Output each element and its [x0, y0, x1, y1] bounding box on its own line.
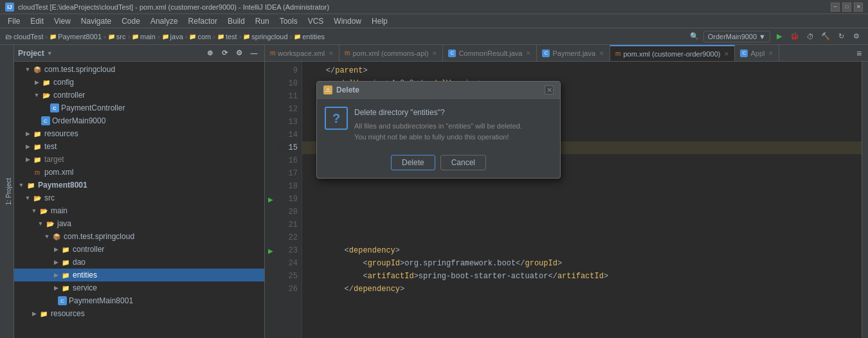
tab-close-icon[interactable]: ✕ [768, 50, 773, 57]
tree-node-payment-controller[interactable]: C PaymentController [14, 102, 264, 114]
gutter-icon-23[interactable]: ▶ [265, 244, 276, 257]
tab-appl[interactable]: C Appl ✕ [735, 45, 779, 61]
tree-arrow: ▼ [23, 66, 32, 73]
cancel-button[interactable]: Cancel [440, 155, 486, 170]
tree-node-paymentmain8001[interactable]: C PaymentMain8001 [14, 294, 264, 307]
project-settings-button[interactable]: ⚙ [233, 47, 246, 60]
tab-workspace-xml[interactable]: m workspace.xml ✕ [265, 45, 339, 61]
project-sync-button[interactable]: ⟳ [218, 47, 231, 60]
menu-analyze[interactable]: Analyze [145, 15, 183, 27]
left-tab-strip: 1: Project [0, 45, 14, 338]
tab-pom-commons-api[interactable]: m pom.xml (commons-api) ✕ [339, 45, 443, 61]
tab-commonresult[interactable]: C CommonResult.java ✕ [443, 45, 537, 61]
menu-help[interactable]: Help [366, 15, 393, 27]
gutter-icon-18 [265, 180, 276, 193]
close-button[interactable]: ✕ [854, 3, 863, 12]
gutter-icon-19[interactable]: ▶ [265, 193, 276, 206]
gutter-icon-15 [265, 141, 276, 154]
tab-overflow-button[interactable]: ≡ [853, 47, 865, 60]
menu-file[interactable]: File [3, 15, 25, 27]
tree-node-com-test-sc-p8001[interactable]: ▼ 📦 com.test.springcloud [14, 230, 264, 243]
run-config-dropdown[interactable]: OrderMain9000 ▼ [703, 31, 770, 42]
menu-edit[interactable]: Edit [25, 15, 49, 27]
bc-cloudtest[interactable]: cloudTest [14, 33, 43, 40]
folder-icon: 📁 [60, 244, 71, 254]
tree-node-dao[interactable]: ▶ 📁 dao [14, 256, 264, 269]
bc-src[interactable]: src [116, 33, 126, 40]
tab-close-icon[interactable]: ✕ [329, 50, 334, 57]
bc-main[interactable]: main [140, 33, 156, 40]
tab-payment[interactable]: C Payment.java ✕ [537, 45, 610, 61]
ln-21: 21 [276, 218, 302, 231]
minimize-button[interactable]: ─ [831, 3, 840, 12]
menu-refactor[interactable]: Refactor [183, 15, 222, 27]
refresh-button[interactable]: ↻ [835, 30, 847, 43]
tree-node-resources-p8001[interactable]: ▶ 📁 resources [14, 307, 264, 320]
menu-build[interactable]: Build [222, 15, 250, 27]
editor-area: m workspace.xml ✕ m pom.xml (commons-api… [265, 45, 868, 338]
tree-node-controller[interactable]: ▼ 📂 controller [14, 89, 264, 102]
tree-node-java[interactable]: ▼ 📂 java [14, 217, 264, 230]
tab-close-icon[interactable]: ✕ [526, 50, 531, 57]
tree-node-entities[interactable]: ▶ 📁 entities [14, 269, 264, 281]
app-icon: IJ [5, 3, 14, 12]
tree-node-pom-xml[interactable]: m pom.xml [14, 166, 264, 179]
menu-vcs[interactable]: VCS [303, 15, 329, 27]
tree-node-payment8001[interactable]: ▼ 📁 Payment8001 [14, 179, 264, 191]
ln-25: 25 [276, 270, 302, 283]
java-file-icon: C [58, 296, 67, 305]
tab-label: Appl [750, 49, 764, 57]
tab-close-icon[interactable]: ✕ [724, 51, 729, 57]
tree-node-ordermain9000[interactable]: C OrderMain9000 [14, 114, 264, 127]
tab-close-icon[interactable]: ✕ [599, 50, 604, 57]
tab-close-icon[interactable]: ✕ [432, 50, 437, 57]
tree-arrow: ▼ [17, 182, 26, 188]
menu-navigate[interactable]: Navigate [76, 15, 116, 27]
delete-dialog[interactable]: ⚠ Delete ✕ ? Delete directory "entities"… [316, 81, 561, 179]
tree-node-com-test-springcloud[interactable]: ▼ 📦 com.test.springcloud [14, 63, 264, 76]
code-line-25: <artifactId>spring-boot-starter-actuator… [302, 270, 862, 283]
menu-bar: File Edit View Navigate Code Analyze Ref… [0, 14, 868, 28]
tree-node-resources[interactable]: ▶ 📁 resources [14, 127, 264, 140]
tree-node-main[interactable]: ▼ 📂 main [14, 204, 264, 217]
delete-confirm-button[interactable]: Delete [391, 155, 435, 170]
window-controls: ─ □ ✕ [831, 3, 863, 12]
ln-10: 10 [276, 77, 302, 90]
bc-java[interactable]: java [170, 33, 183, 40]
search-everywhere-button[interactable]: 🔍 [688, 30, 701, 43]
menu-window[interactable]: Window [329, 15, 366, 27]
menu-run[interactable]: Run [250, 15, 275, 27]
dialog-close-button[interactable]: ✕ [545, 85, 554, 94]
folder-icon: 📁 [60, 270, 71, 280]
vertical-scrollbar[interactable] [862, 62, 868, 338]
left-tab-project[interactable]: 1: Project [4, 175, 14, 208]
project-minimize-button[interactable]: — [248, 47, 260, 60]
build-button[interactable]: 🔨 [819, 30, 832, 43]
bc-springcloud[interactable]: springcloud [251, 33, 287, 40]
settings-button[interactable]: ⚙ [850, 30, 863, 43]
menu-view[interactable]: View [49, 15, 76, 27]
bc-test[interactable]: test [226, 33, 237, 40]
menu-code[interactable]: Code [116, 15, 145, 27]
tab-pom-order9000[interactable]: m pom.xml (customer-order9000) ✕ [610, 45, 735, 61]
code-line-18 [302, 180, 862, 193]
menu-tools[interactable]: Tools [275, 15, 303, 27]
tree-arrow: ▶ [51, 246, 60, 253]
tree-label: OrderMain9000 [52, 116, 105, 125]
profile-button[interactable]: ⏱ [804, 30, 817, 43]
tree-node-test[interactable]: ▶ 📁 test [14, 140, 264, 153]
maximize-button[interactable]: □ [842, 3, 851, 12]
tree-node-service[interactable]: ▶ 📁 service [14, 281, 264, 294]
project-add-button[interactable]: ⊕ [203, 47, 216, 60]
tree-node-controller-p8001[interactable]: ▶ 📁 controller [14, 243, 264, 256]
tree-label: PaymentMain8001 [69, 296, 133, 305]
tree-node-config[interactable]: ▶ 📁 config [14, 76, 264, 89]
tree-node-src[interactable]: ▼ 📂 src [14, 191, 264, 204]
tree-node-target[interactable]: ▶ 📁 target [14, 153, 264, 166]
run-button[interactable]: ▶ [773, 30, 786, 43]
bc-payment8001[interactable]: Payment8001 [58, 33, 102, 40]
gutter-icon-26 [265, 283, 276, 296]
debug-button[interactable]: 🐞 [788, 30, 801, 43]
bc-com[interactable]: com [197, 33, 211, 40]
bc-entities[interactable]: entities [302, 33, 325, 40]
